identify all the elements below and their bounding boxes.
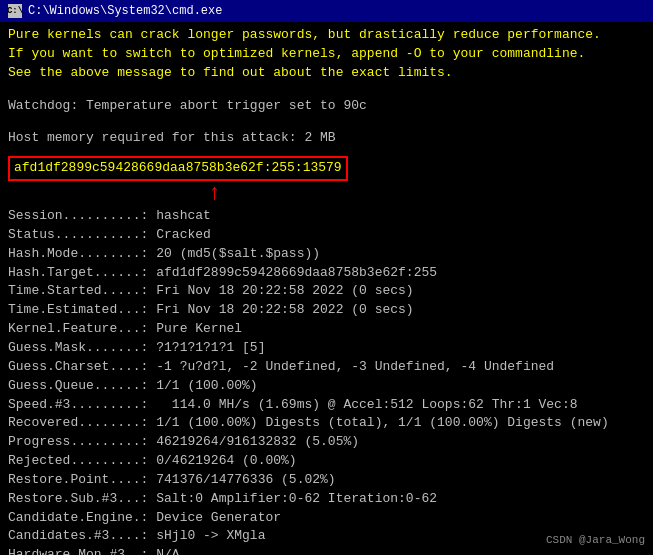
blank-line-2 [8, 115, 645, 129]
warn-line-3: See the above message to find out about … [8, 64, 645, 83]
candidate-engine-line: Candidate.Engine.: Device Generator [8, 509, 645, 528]
guess-queue-line: Guess.Queue......: 1/1 (100.00%) [8, 377, 645, 396]
title-bar-icon: C:\ [8, 4, 22, 18]
watermark: CSDN @Jara_Wong [546, 533, 645, 549]
terminal-body: Pure kernels can crack longer passwords,… [0, 22, 653, 555]
guess-mask-line: Guess.Mask.......: ?1?1?1?1?1 [5] [8, 339, 645, 358]
arrow-indicator: ↑ [8, 183, 645, 205]
restore-sub-line: Restore.Sub.#3...: Salt:0 Amplifier:0-62… [8, 490, 645, 509]
status-line: Status...........: Cracked [8, 226, 645, 245]
warn-line-2: If you want to switch to optimized kerne… [8, 45, 645, 64]
host-memory-line: Host memory required for this attack: 2 … [8, 129, 645, 148]
guess-charset-line: Guess.Charset....: -1 ?u?d?l, -2 Undefin… [8, 358, 645, 377]
title-bar: C:\ C:\Windows\System32\cmd.exe [0, 0, 653, 22]
session-line: Session..........: hashcat [8, 207, 645, 226]
hash-mode-line: Hash.Mode........: 20 (md5($salt.$pass)) [8, 245, 645, 264]
rejected-line: Rejected.........: 0/46219264 (0.00%) [8, 452, 645, 471]
watchdog-line: Watchdog: Temperature abort trigger set … [8, 97, 645, 116]
warn-line-1: Pure kernels can crack longer passwords,… [8, 26, 645, 45]
recovered-line: Recovered........: 1/1 (100.00%) Digests… [8, 414, 645, 433]
title-bar-text: C:\Windows\System32\cmd.exe [28, 4, 222, 18]
hash-target-line: Hash.Target......: afd1df2899c59428669da… [8, 264, 645, 283]
restore-point-line: Restore.Point....: 741376/14776336 (5.02… [8, 471, 645, 490]
time-started-line: Time.Started.....: Fri Nov 18 20:22:58 2… [8, 282, 645, 301]
kernel-feature-line: Kernel.Feature...: Pure Kernel [8, 320, 645, 339]
hash-display-section: afd1df2899c59428669daa8758b3e62f:255:135… [8, 152, 645, 205]
arrow-icon: ↑ [208, 183, 221, 205]
hash-box: afd1df2899c59428669daa8758b3e62f:255:135… [8, 156, 348, 181]
blank-line-1 [8, 83, 645, 97]
progress-line: Progress.........: 46219264/916132832 (5… [8, 433, 645, 452]
time-estimated-line: Time.Estimated...: Fri Nov 18 20:22:58 2… [8, 301, 645, 320]
speed-line: Speed.#3.........: 114.0 MH/s (1.69ms) @… [8, 396, 645, 415]
status-lines: Session..........: hashcat Status.......… [8, 207, 645, 555]
